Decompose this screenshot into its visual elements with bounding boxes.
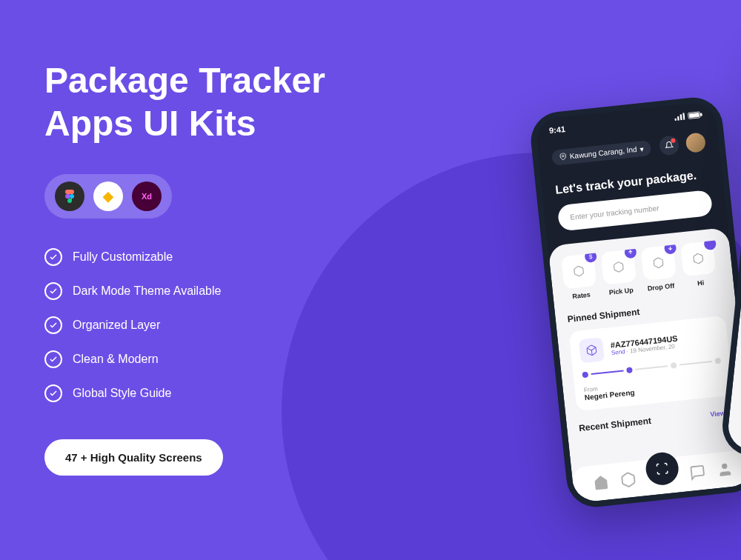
svg-point-7 bbox=[562, 155, 564, 157]
recent-title: Recent Shipment bbox=[579, 416, 652, 433]
status-time: 9:41 bbox=[548, 124, 565, 135]
notification-button[interactable] bbox=[659, 135, 680, 156]
check-icon bbox=[44, 248, 62, 266]
svg-rect-2 bbox=[680, 114, 682, 120]
package-icon bbox=[579, 337, 605, 363]
screens-badge: 47 + High Quality Screens bbox=[44, 439, 223, 476]
status-icons bbox=[674, 110, 703, 121]
nav-package-icon[interactable] bbox=[619, 471, 637, 489]
nav-profile-icon[interactable] bbox=[716, 461, 734, 479]
tool-pills: ◆ Xd bbox=[44, 174, 172, 219]
quick-action-dropoff[interactable]: Drop Off bbox=[640, 245, 677, 293]
svg-rect-0 bbox=[674, 119, 677, 121]
svg-rect-3 bbox=[682, 113, 685, 120]
nav-chat-icon[interactable] bbox=[689, 464, 707, 481]
quick-action-rates[interactable]: $ Rates bbox=[561, 253, 598, 301]
xd-icon: Xd bbox=[132, 181, 162, 211]
svg-line-8 bbox=[591, 350, 592, 356]
nav-home-icon[interactable] bbox=[592, 473, 610, 491]
svg-rect-1 bbox=[677, 116, 679, 121]
figma-icon bbox=[55, 181, 84, 211]
svg-point-9 bbox=[721, 463, 727, 469]
svg-rect-6 bbox=[700, 113, 702, 116]
check-icon bbox=[44, 282, 62, 300]
svg-rect-5 bbox=[689, 113, 699, 118]
quick-action-pickup[interactable]: Pick Up bbox=[601, 249, 638, 296]
check-icon bbox=[44, 316, 62, 334]
check-icon bbox=[44, 384, 62, 402]
location-selector[interactable]: Kawung Carang, Ind ▾ bbox=[551, 140, 652, 166]
quick-action-more[interactable]: Hi bbox=[680, 241, 717, 288]
sketch-icon: ◆ bbox=[93, 181, 123, 211]
check-icon bbox=[44, 350, 62, 368]
shipment-card[interactable]: #AZ776447194US Send · 19 November, 20 Fr… bbox=[569, 316, 734, 412]
avatar[interactable] bbox=[685, 132, 707, 153]
